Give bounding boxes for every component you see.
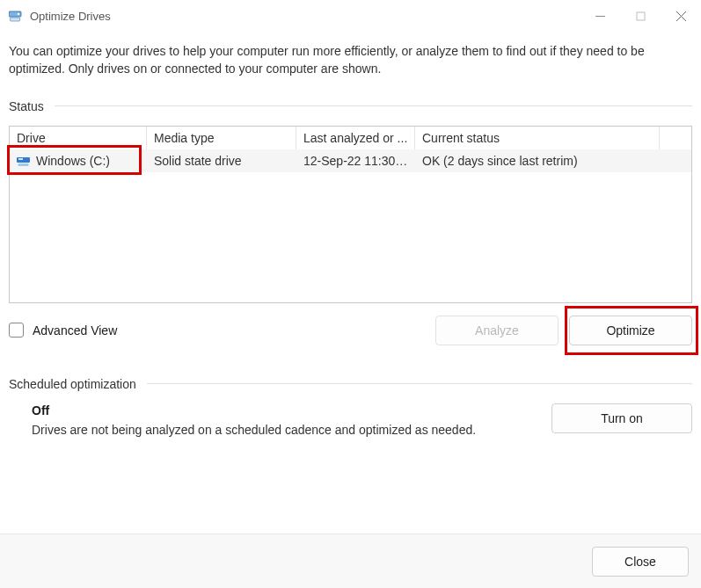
advanced-view-checkbox[interactable] (9, 323, 24, 338)
col-header-media[interactable]: Media type (147, 127, 296, 149)
drive-table-header: Drive Media type Last analyzed or ... Cu… (10, 127, 691, 149)
drive-table[interactable]: Drive Media type Last analyzed or ... Cu… (9, 126, 692, 303)
col-header-last[interactable]: Last analyzed or ... (296, 127, 415, 149)
scheduled-section-label: Scheduled optimization (9, 377, 692, 391)
optimize-button[interactable]: Optimize (569, 316, 692, 345)
advanced-view-label[interactable]: Advanced View (33, 323, 117, 338)
drive-icon (17, 155, 31, 167)
maximize-button[interactable] (620, 2, 661, 30)
drive-name: Windows (C:) (36, 154, 110, 168)
window-title: Optimize Drives (30, 10, 111, 23)
titlebar: Optimize Drives (0, 0, 701, 32)
svg-rect-8 (18, 163, 29, 166)
scheduled-desc: Drives are not being analyzed on a sched… (32, 423, 534, 437)
minimize-button[interactable] (580, 2, 620, 30)
table-row[interactable]: Windows (C:) Solid state drive 12-Sep-22… (10, 149, 691, 172)
svg-rect-9 (18, 158, 23, 160)
svg-rect-4 (637, 12, 645, 20)
svg-rect-1 (11, 18, 20, 21)
col-header-current[interactable]: Current status (415, 127, 660, 149)
drive-media: Solid state drive (147, 154, 296, 168)
status-section-label: Status (9, 99, 692, 113)
scheduled-state: Off (32, 403, 534, 417)
col-header-spacer (660, 127, 691, 149)
analyze-button[interactable]: Analyze (435, 316, 559, 345)
intro-text: You can optimize your drives to help you… (9, 42, 692, 78)
close-button[interactable]: Close (592, 547, 689, 577)
close-window-button[interactable] (661, 2, 701, 30)
app-icon (9, 9, 23, 23)
drive-last: 12-Sep-22 11:30 ... (296, 154, 415, 168)
svg-point-2 (18, 13, 19, 15)
col-header-drive[interactable]: Drive (10, 127, 147, 149)
turn-on-button[interactable]: Turn on (551, 403, 692, 433)
drive-current: OK (2 days since last retrim) (415, 154, 660, 168)
svg-rect-7 (17, 157, 30, 163)
